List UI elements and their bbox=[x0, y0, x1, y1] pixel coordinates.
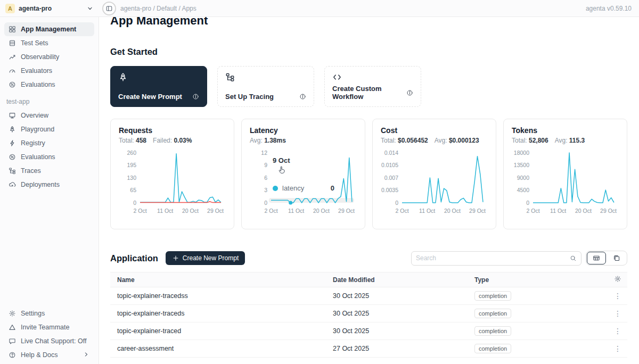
chevron-right-icon bbox=[83, 351, 90, 358]
sidebar-item-label: Registry bbox=[21, 139, 45, 147]
sidebar-item-help-docs[interactable]: Help & Docs bbox=[4, 348, 94, 362]
sidebar-item-label: Deployments bbox=[21, 181, 60, 188]
sidebar-item-invite-teammate[interactable]: Invite Teammate bbox=[4, 320, 94, 334]
sidebar: App ManagementTest SetsObservabilityEval… bbox=[0, 17, 99, 364]
table-row[interactable]: topic-explainer-tracedss30 Oct 2025compl… bbox=[110, 287, 627, 305]
svg-text:0: 0 bbox=[133, 200, 136, 206]
sidebar-item-playground[interactable]: Playground bbox=[4, 122, 94, 136]
tree-icon bbox=[225, 72, 235, 82]
table-view-button[interactable] bbox=[587, 252, 606, 264]
sidebar-item-test-sets[interactable]: Test Sets bbox=[4, 36, 94, 50]
chevron-down-icon bbox=[86, 5, 94, 12]
svg-text:3: 3 bbox=[264, 187, 267, 193]
svg-text:11 Oct: 11 Oct bbox=[288, 208, 304, 214]
tooltip-series: latency bbox=[282, 184, 326, 192]
col-date-modified[interactable]: Date Modified bbox=[326, 276, 468, 284]
sidebar-item-observability[interactable]: Observability bbox=[4, 50, 94, 64]
sidebar-item-traces[interactable]: Traces bbox=[4, 164, 94, 178]
workspace-switcher[interactable]: A agenta-pro bbox=[0, 4, 99, 13]
sidebar-item-overview[interactable]: Overview bbox=[4, 109, 94, 122]
metric-stats: Total: 458Failed: 0.03% bbox=[119, 137, 226, 144]
table-row[interactable]: topic-explainer-traced30 Oct 2025complet… bbox=[110, 322, 627, 340]
card-label: Set Up Tracing bbox=[225, 93, 274, 101]
table-row[interactable]: topic-explainer-traceds30 Oct 2025comple… bbox=[110, 305, 627, 322]
sidebar-item-label: Observability bbox=[21, 53, 59, 61]
apps-table: Name Date Modified Type topic-explainer-… bbox=[110, 272, 627, 358]
svg-text:0.0035: 0.0035 bbox=[381, 187, 398, 193]
sidebar-item-registry[interactable]: Registry bbox=[4, 136, 94, 150]
cards-view-icon bbox=[613, 254, 620, 262]
card-label: Create New Prompt bbox=[118, 93, 182, 101]
get-started-card-create-new-prompt[interactable]: Create New Prompt bbox=[110, 66, 207, 107]
metric-title: Latency bbox=[250, 126, 357, 135]
sidebar-item-label: Evaluations bbox=[21, 153, 55, 161]
requests-chart: 2601951306502 Oct11 Oct20 Oct29 Oct bbox=[119, 148, 226, 218]
row-menu-button[interactable]: ⋮ bbox=[607, 309, 627, 318]
svg-text:0.0105: 0.0105 bbox=[381, 162, 398, 168]
row-menu-button[interactable]: ⋮ bbox=[607, 344, 627, 353]
svg-text:4500: 4500 bbox=[517, 187, 530, 193]
app-name: topic-explainer-traced bbox=[110, 327, 326, 335]
tooltip-value: 0 bbox=[331, 184, 337, 192]
monitor-icon bbox=[9, 112, 16, 119]
breadcrumb: agenta-pro / Default / Apps bbox=[120, 5, 196, 12]
code-icon bbox=[332, 72, 342, 82]
info-icon bbox=[299, 93, 306, 100]
sidebar-item-label: Help & Docs bbox=[21, 351, 58, 359]
sidebar-section-label: test-app bbox=[4, 92, 94, 109]
workspace-avatar: A bbox=[5, 4, 15, 13]
sidebar-item-app-management[interactable]: App Management bbox=[4, 22, 94, 36]
sidebar-item-settings[interactable]: Settings bbox=[4, 307, 94, 320]
metric-title: Tokens bbox=[512, 126, 619, 135]
svg-text:2 Oct: 2 Oct bbox=[133, 208, 146, 214]
svg-text:260: 260 bbox=[127, 150, 136, 156]
svg-text:20 Oct: 20 Oct bbox=[313, 208, 330, 214]
svg-text:29 Oct: 29 Oct bbox=[207, 208, 224, 214]
row-menu-button[interactable]: ⋮ bbox=[607, 327, 627, 335]
search-input[interactable] bbox=[416, 254, 567, 262]
table-row[interactable]: career-assessment27 Oct 2025completion⋮ bbox=[110, 340, 627, 358]
tooltip-date: 9 Oct bbox=[273, 156, 337, 164]
help-icon bbox=[9, 351, 16, 359]
sidebar-item-label: Test Sets bbox=[21, 39, 48, 47]
metric-card-requests: RequestsTotal: 458Failed: 0.03%260195130… bbox=[110, 119, 234, 229]
get-started-card-create-custom-workflow[interactable]: Create Custom Workflow bbox=[324, 66, 421, 107]
metric-card-tokens: TokensTotal: 52,806Avg: 115.318000135009… bbox=[503, 119, 627, 229]
lightning-icon bbox=[9, 139, 16, 147]
svg-text:195: 195 bbox=[127, 162, 136, 168]
sidebar-item-label: Overview bbox=[21, 112, 48, 119]
svg-text:0: 0 bbox=[526, 200, 529, 206]
type-tag: completion bbox=[474, 344, 511, 353]
card-view-button[interactable] bbox=[607, 251, 627, 265]
search-icon bbox=[570, 255, 577, 262]
sidebar-item-evaluators[interactable]: Evaluators bbox=[4, 64, 94, 78]
sidebar-item-evaluations[interactable]: Evaluations bbox=[4, 78, 94, 92]
table-body: topic-explainer-tracedss30 Oct 2025compl… bbox=[110, 287, 627, 358]
metric-stats: Avg: 1.38ms bbox=[250, 137, 357, 144]
info-icon bbox=[192, 93, 199, 100]
info-icon bbox=[406, 89, 413, 96]
svg-text:9000: 9000 bbox=[517, 175, 530, 181]
svg-text:11 Oct: 11 Oct bbox=[550, 208, 566, 214]
svg-text:20 Oct: 20 Oct bbox=[182, 208, 199, 214]
sidebar-item-evaluations[interactable]: Evaluations bbox=[4, 150, 94, 164]
get-started-cards: Create New PromptSet Up TracingCreate Cu… bbox=[110, 66, 627, 107]
sidebar-footer-group: SettingsInvite TeammateLive Chat Support… bbox=[4, 307, 94, 362]
svg-text:2 Oct: 2 Oct bbox=[264, 208, 277, 214]
sidebar-item-live-chat-support-off[interactable]: Live Chat Support: Off bbox=[4, 334, 94, 348]
table-settings-button[interactable] bbox=[607, 275, 627, 284]
row-menu-button[interactable]: ⋮ bbox=[607, 292, 627, 300]
metric-title: Cost bbox=[381, 126, 488, 135]
svg-text:9: 9 bbox=[264, 162, 267, 168]
tokens-chart: 18000135009000450002 Oct11 Oct20 Oct29 O… bbox=[512, 148, 619, 218]
get-started-card-set-up-tracing[interactable]: Set Up Tracing bbox=[217, 66, 314, 107]
col-name[interactable]: Name bbox=[110, 276, 326, 284]
sidebar-item-deployments[interactable]: Deployments bbox=[4, 178, 94, 192]
app-name: topic-explainer-tracedss bbox=[110, 292, 326, 300]
svg-text:18000: 18000 bbox=[514, 150, 529, 156]
col-type[interactable]: Type bbox=[468, 276, 607, 284]
app-date-modified: 30 Oct 2025 bbox=[326, 292, 468, 300]
create-new-prompt-button[interactable]: Create New Prompt bbox=[166, 251, 245, 265]
sidebar-toggle-button[interactable] bbox=[102, 2, 116, 15]
application-header-row: Application Create New Prompt bbox=[110, 251, 627, 266]
